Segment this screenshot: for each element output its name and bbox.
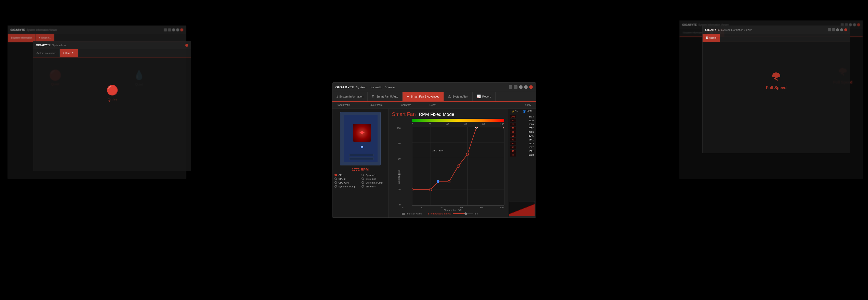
sensor-cpu2[interactable]: CPU 2: [335, 178, 359, 180]
background-window-right: GIGABYTE System Information Viewer 📈 Rec…: [702, 26, 850, 153]
rpm-pct-20: 20: [510, 146, 516, 149]
rpm-val-50: 2045: [525, 135, 534, 137]
mini-chart-svg: [509, 201, 534, 216]
tab-system-alert[interactable]: ⚠ System Alert: [444, 92, 473, 101]
sensor-sys6-pump-label: System 6 Pump: [339, 185, 355, 188]
bg-far-right-max: [853, 23, 856, 26]
temp-slider-value: ± 3: [475, 212, 478, 215]
point-3[interactable]: [447, 180, 450, 183]
point-5[interactable]: [466, 153, 469, 156]
point-2[interactable]: [437, 180, 439, 183]
sensor-sys3[interactable]: System 3: [362, 178, 386, 180]
bg-right-close: [844, 28, 847, 31]
pc-fan-highlight: ✦: [353, 124, 371, 142]
chart-right: 28°C, 30% 0 20 40 60 80 100 Temperature …: [402, 127, 504, 211]
pc-drive-2: [349, 157, 374, 160]
main-window: GIGABYTESystem Information Viewer ⚙ ℹ Sy…: [332, 82, 536, 218]
rpm-panel: ⚡ % 🌀 RPM 100 2733 90 2626: [508, 109, 536, 218]
settings-button[interactable]: ⚙: [509, 85, 513, 89]
maximize-button[interactable]: [524, 85, 528, 89]
pc-drive-1: [349, 154, 374, 156]
bg-title-far-left: System Information Viewer: [27, 29, 57, 31]
close-button[interactable]: [529, 85, 533, 89]
sensor-col-left: CPU CPU 2 CPU OPT System 6 Pump: [335, 173, 359, 189]
tab-system-info[interactable]: ℹ System Information: [333, 92, 368, 101]
sensor-cpu-opt[interactable]: CPU OPT: [335, 181, 359, 184]
y-label-100: 100: [397, 127, 401, 130]
minimize-button[interactable]: [519, 85, 523, 89]
sensor-cpu-label: CPU: [339, 173, 344, 176]
y-label-0: 0: [399, 203, 401, 206]
bg-right-list: [832, 28, 835, 31]
fan-curve-svg: [412, 127, 504, 205]
sensor-sys6-pump[interactable]: System 6 Pump: [335, 185, 359, 188]
bg-right-tab-record: 📈 Record: [703, 34, 720, 42]
rpm-val-90: 2626: [525, 119, 534, 122]
reset-btn[interactable]: Reset: [428, 103, 438, 107]
sensor-sys5-pump[interactable]: System 5 Pump: [362, 181, 386, 184]
legend-auto-fan: Auto Fan %rpm: [402, 212, 422, 215]
bg-mid-title: System Info...: [52, 44, 67, 47]
bg-far-right-close: [857, 23, 860, 26]
rpm-val-30: 1713: [525, 142, 534, 145]
point-6[interactable]: [475, 127, 478, 128]
content-area: ✦ 1772 RPM CPU: [333, 109, 536, 218]
rpm-val-0: 1038: [525, 154, 534, 156]
rpm-row-70: 70 2352: [509, 127, 535, 130]
rpm-pct-50: 50: [510, 134, 516, 137]
alert-icon: ⚠: [448, 94, 451, 98]
temp-color-bar: [412, 119, 504, 122]
sensor-cpu2-label: CPU 2: [339, 178, 346, 180]
chart-graph[interactable]: 28°C, 30%: [412, 127, 504, 206]
apply-btn[interactable]: Apply: [523, 103, 532, 107]
calibrate-btn[interactable]: Calibrate: [399, 103, 413, 107]
rpm-pct-60: 60: [510, 131, 516, 134]
bg-mid-tab2: ✦ Smart F...: [60, 49, 79, 57]
app-title: System Information Viewer: [355, 86, 395, 89]
legend-auto-color: [402, 213, 405, 215]
sensor-sys4[interactable]: System 4: [362, 185, 386, 188]
point-4[interactable]: [457, 165, 459, 167]
rpm-pct-100: 100: [510, 115, 516, 118]
x-label-80: 80: [480, 206, 483, 209]
chart-header: Smart Fan RPM Fixed Mode: [392, 111, 504, 117]
bg-mid-quiet-section: 🔴 Quiet: [106, 78, 118, 109]
x-labels: 0 20 40 60 80 100: [402, 206, 504, 209]
rpm-pct-0: 0: [510, 154, 516, 157]
sensor-sys1[interactable]: System 1: [362, 173, 386, 176]
temp-slider-fill: [453, 213, 465, 214]
bg-settings-btn: [164, 28, 167, 31]
rpm-display: 1772 RPM: [352, 167, 369, 171]
temp-interval-slider[interactable]: [453, 213, 473, 214]
bg-mid-quiet-label: Quiet: [107, 98, 117, 102]
chart-title-sf: Smart Fan: [392, 111, 416, 117]
rpm-row-60: 60 2206: [509, 130, 535, 134]
grid-v-100: [504, 127, 504, 205]
sensor-cpu[interactable]: CPU: [335, 173, 359, 176]
y-labels: 100 80 60 40 20 0: [397, 127, 401, 206]
bg-mid-quiet-icon: 🔴: [106, 84, 118, 96]
bg-min-btn: [172, 28, 175, 31]
point-7[interactable]: [503, 127, 504, 128]
point-1[interactable]: [429, 188, 432, 191]
bg-mid-tab1: System Information: [33, 49, 60, 57]
rpm-val-70: 2352: [525, 127, 534, 130]
y-axis-wrapper: Workload [%] 100 80 60 40 20 0: [392, 127, 402, 211]
point-0[interactable]: [412, 188, 413, 191]
legend-auto-label: Auto Fan %rpm: [406, 212, 422, 215]
list-button[interactable]: [514, 85, 518, 89]
save-profile-btn[interactable]: Save Profile: [367, 103, 384, 107]
tab-bar: ℹ System Information ⚙ Smart Fan 5 Auto …: [333, 92, 536, 102]
tab-smart-fan-auto[interactable]: ⚙ Smart Fan 5 Auto: [368, 92, 403, 101]
x-label-60: 60: [460, 206, 463, 209]
bg-max-btn: [176, 28, 179, 31]
tab-smart-fan-advanced-label: Smart Fan 5 Advanced: [411, 95, 439, 98]
x-label-100: 100: [500, 206, 503, 209]
chart-tooltip: 28°C, 30%: [432, 149, 443, 152]
rpm-val-80: 2580: [525, 123, 534, 126]
temp-color-bar-container: 0 20 40 60 80 100: [402, 119, 504, 127]
tab-record[interactable]: 📈 Record: [473, 92, 496, 101]
load-profile-btn[interactable]: Load Profile: [336, 103, 352, 107]
bg-right-fullspeed-icon: 🌪: [771, 71, 782, 83]
tab-smart-fan-advanced[interactable]: ✦ Smart Fan 5 Advanced: [403, 92, 444, 101]
